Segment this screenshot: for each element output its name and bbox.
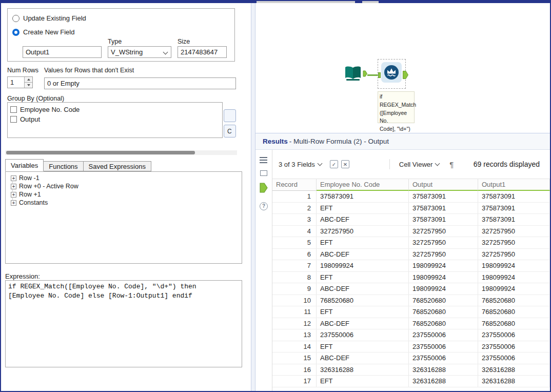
table-row[interactable]: 11EFT768520680768520680	[272, 306, 550, 318]
record-number-cell[interactable]: 1	[272, 191, 317, 202]
panel-splitter[interactable]	[251, 3, 255, 391]
group-by-list[interactable]: Employee No. CodeOutput	[7, 102, 223, 138]
data-cell[interactable]: 375873091	[478, 203, 550, 214]
data-cell[interactable]: 326316288	[409, 376, 478, 387]
record-number-cell[interactable]: 7	[272, 260, 317, 271]
data-cell[interactable]: 768520680	[317, 295, 409, 306]
input-anchor-icon[interactable]	[378, 72, 381, 78]
data-cell[interactable]: 327257950	[478, 226, 550, 237]
cutoff-button-1[interactable]	[224, 109, 236, 122]
record-number-cell[interactable]: 14	[272, 341, 317, 352]
data-cell[interactable]: EFT	[317, 306, 409, 318]
data-cell[interactable]: 375873091	[317, 191, 409, 202]
values-input[interactable]: 0 or Empty	[44, 77, 236, 89]
data-cell[interactable]: 237550006	[409, 329, 478, 341]
expand-plus-icon[interactable]: +	[11, 184, 16, 189]
expression-editor[interactable]: if REGEX_Match([Employee No. Code], "\d+…	[5, 280, 242, 367]
table-row[interactable]: 4327257950327257950327257950	[272, 226, 550, 238]
data-cell[interactable]: 198099924	[409, 283, 478, 295]
column-header[interactable]: Employee No. Code	[317, 179, 409, 191]
multi-row-formula-tool-icon[interactable]	[381, 62, 402, 83]
data-cell[interactable]: EFT	[317, 376, 409, 387]
data-cell[interactable]: ABC-DEF	[317, 318, 409, 329]
output-anchor-icon[interactable]	[363, 71, 367, 76]
data-cell[interactable]: 198099924	[478, 260, 550, 271]
chevron-down-icon[interactable]	[435, 161, 440, 166]
data-cell[interactable]: 327257950	[409, 237, 478, 248]
data-cell[interactable]: 198099924	[478, 272, 550, 283]
horizontal-scrollbar[interactable]	[5, 150, 237, 155]
data-cell[interactable]: 768520680	[409, 318, 478, 329]
data-cell[interactable]: 375873091	[478, 214, 550, 225]
tab-saved-expressions[interactable]: Saved Expressions	[83, 161, 151, 171]
record-number-cell[interactable]: 3	[272, 214, 317, 225]
tree-item[interactable]: +Row +1	[7, 190, 241, 199]
table-row[interactable]: 1375873091375873091375873091	[272, 191, 550, 203]
input-data-tool-icon[interactable]	[343, 64, 367, 84]
table-row[interactable]: 16326316288326316288326316288	[272, 364, 550, 376]
data-cell[interactable]: ABC-DEF	[317, 352, 409, 364]
data-cell[interactable]: ABC-DEF	[317, 283, 409, 295]
tree-item[interactable]: +Row -1	[7, 174, 241, 182]
radio-update-existing-field[interactable]: Update Existing Field	[12, 14, 86, 22]
checkbox-icon[interactable]	[10, 116, 17, 123]
table-row[interactable]: 6ABC-DEF327257950327257950	[272, 249, 550, 261]
data-cell[interactable]: 237550006	[478, 329, 550, 341]
data-cell[interactable]: 768520680	[478, 318, 550, 329]
data-cell[interactable]: 326316288	[478, 364, 550, 376]
record-number-cell[interactable]: 8	[272, 272, 317, 283]
cutoff-button-2[interactable]: C	[224, 125, 236, 138]
connection-line[interactable]	[367, 74, 379, 76]
data-cell[interactable]: 237550006	[317, 329, 409, 341]
record-number-cell[interactable]: 11	[272, 306, 317, 318]
data-cell[interactable]: EFT	[317, 203, 409, 214]
data-cell[interactable]: 375873091	[409, 191, 478, 202]
data-cell[interactable]: 375873091	[409, 214, 478, 225]
table-row[interactable]: 3ABC-DEF375873091375873091	[272, 214, 550, 226]
data-cell[interactable]: 326316288	[478, 376, 550, 387]
data-cell[interactable]: 327257950	[478, 237, 550, 248]
table-row[interactable]: 12ABC-DEF768520680768520680	[272, 318, 550, 330]
radio-create-new-field[interactable]: Create New Field	[12, 28, 74, 36]
record-number-cell[interactable]: 4	[272, 226, 317, 237]
data-cell[interactable]: 768520680	[478, 295, 550, 306]
data-cell[interactable]: 198099924	[409, 272, 478, 283]
radio-unselected-icon[interactable]	[12, 15, 19, 22]
record-number-cell[interactable]: 9	[272, 283, 317, 295]
expand-plus-icon[interactable]: +	[11, 200, 16, 206]
data-cell[interactable]: ABC-DEF	[317, 249, 409, 260]
select-all-fields-icon[interactable]: ✓	[330, 160, 338, 168]
data-cell[interactable]: 327257950	[409, 226, 478, 237]
data-cell[interactable]: EFT	[317, 341, 409, 352]
record-number-cell[interactable]: 15	[272, 352, 317, 364]
tool-annotation[interactable]: if REGEX_Match([Employee No.Code], "\d+"…	[378, 91, 415, 123]
chevron-down-icon[interactable]	[317, 161, 322, 166]
checkbox-icon[interactable]	[10, 106, 17, 113]
table-row[interactable]: 15ABC-DEF237550006237550006	[272, 352, 550, 364]
expand-plus-icon[interactable]: +	[11, 175, 16, 181]
metadata-list-icon[interactable]	[260, 157, 267, 165]
layout-panel-icon[interactable]	[260, 170, 267, 176]
data-cell[interactable]: EFT	[317, 272, 409, 283]
table-row[interactable]: 17EFT326316288326316288	[272, 376, 550, 387]
deselect-fields-icon[interactable]: ✕	[341, 160, 349, 168]
table-row[interactable]: 5EFT327257950327257950	[272, 237, 550, 249]
help-icon[interactable]: ?	[260, 202, 268, 210]
size-input[interactable]: 2147483647	[178, 46, 227, 58]
group-by-item[interactable]: Employee No. Code	[10, 105, 220, 114]
data-cell[interactable]: 198099924	[409, 260, 478, 271]
record-number-cell[interactable]: 13	[272, 329, 317, 341]
whitespace-toggle-icon[interactable]: ¶	[449, 160, 454, 169]
tree-item[interactable]: +Row +0 - Active Row	[7, 182, 241, 190]
expand-plus-icon[interactable]: +	[11, 192, 16, 198]
table-row[interactable]: 8EFT198099924198099924	[272, 272, 550, 284]
data-cell[interactable]: 326316288	[317, 364, 409, 376]
data-cell[interactable]: ABC-DEF	[317, 214, 409, 225]
cell-viewer-dropdown[interactable]: Cell Viewer	[399, 161, 433, 168]
stepper-down-button[interactable]	[25, 82, 32, 88]
num-rows-stepper[interactable]: 1	[7, 76, 33, 88]
column-header[interactable]: Output1	[478, 179, 550, 191]
tree-item[interactable]: +Constants	[7, 199, 241, 207]
data-cell[interactable]: 327257950	[478, 249, 550, 260]
record-number-cell[interactable]: 16	[272, 364, 317, 376]
